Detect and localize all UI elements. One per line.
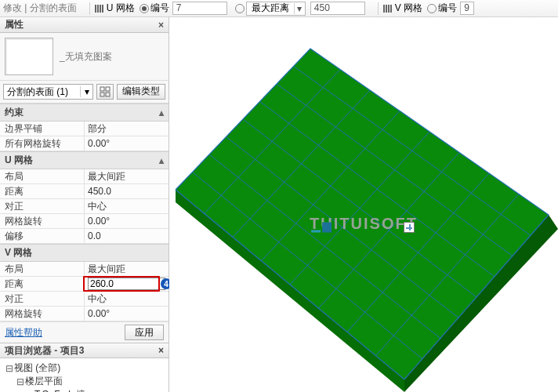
u-mode-dropdown-label: 最大距离 (247, 2, 294, 15)
u-number-radio[interactable] (140, 4, 149, 13)
type-selector-row: 分割的表面 (1) ▾ 编辑类型 (0, 81, 168, 103)
section-v-grid[interactable]: V 网格 (0, 244, 168, 262)
v-number-radio[interactable] (427, 4, 437, 13)
svg-rect-3 (106, 93, 110, 96)
row-v-grid-rotate-key: 网格旋转 (0, 307, 85, 321)
tree-node-floorplans-label: 楼层平面 (25, 375, 63, 388)
picker-icon (100, 86, 111, 97)
row-u-layout-val[interactable]: 最大间距 (85, 169, 168, 183)
properties-help-link[interactable]: 属性帮助 (5, 326, 42, 339)
chevron-down-icon: ▾ (80, 86, 92, 97)
edit-type-button[interactable]: 编辑类型 (117, 84, 165, 100)
row-u-justify: 对正 中心 (0, 199, 168, 214)
row-v-distance-input[interactable] (88, 278, 165, 290)
row-v-distance: 距离 4 (0, 277, 168, 292)
row-v-layout-val[interactable]: 最大间距 (85, 262, 168, 276)
section-u-grid-label: U 网格 (5, 154, 33, 167)
u-mode-dropdown[interactable]: 最大距离 ▾ (246, 2, 306, 16)
row-v-grid-rotate-val[interactable]: 0.00° (85, 307, 168, 321)
fill-pattern-swatch[interactable] (5, 38, 53, 75)
row-u-justify-key: 对正 (0, 199, 85, 213)
row-u-layout: 布局 最大间距 (0, 169, 168, 184)
u-number-label: 编号 (150, 2, 169, 15)
tree-node-views-label: 视图 (全部) (14, 361, 60, 375)
row-v-layout-key: 布局 (0, 262, 85, 276)
svg-rect-21 (311, 230, 321, 232)
type-picker-button[interactable] (96, 84, 114, 100)
row-u-offset-key: 偏移 (0, 229, 85, 243)
row-all-grid-rotate-val[interactable]: 0.00° (85, 136, 168, 151)
tree-node-fnd[interactable]: T.O. Fnd. 墙 (5, 388, 164, 392)
project-browser-title: 项目浏览器 - 项目3 × (0, 343, 168, 358)
row-u-grid-rotate: 网格旋转 0.00° (0, 214, 168, 229)
row-v-distance-val[interactable]: 4 (85, 277, 168, 291)
section-constraints-label: 约束 (5, 106, 24, 119)
svg-rect-22 (322, 222, 332, 232)
tree-node-views[interactable]: ⊟ 视图 (全部) (5, 361, 164, 375)
apply-button[interactable]: 应用 (125, 325, 164, 340)
properties-grid: 约束 ▴ 边界平铺 部分 所有网格旋转 0.00° U 网格 ▴ 布局 最大间距… (0, 103, 168, 321)
row-border-tile-key: 边界平铺 (0, 122, 85, 136)
properties-help-row: 属性帮助 应用 (0, 321, 168, 343)
row-u-offset-val[interactable]: 0.0 (85, 229, 168, 243)
row-all-grid-rotate-key: 所有网格旋转 (0, 136, 85, 151)
v-number-field[interactable]: 9 (460, 2, 474, 15)
properties-panel-title: 属性 × (0, 17, 168, 33)
row-u-distance-key: 距离 (0, 184, 85, 198)
collapse-icon[interactable]: ▴ (159, 107, 164, 118)
context-label: 修改 | 分割的表面 (3, 2, 77, 15)
row-u-grid-rotate-val[interactable]: 0.00° (85, 214, 168, 228)
chevron-down-icon: ▾ (294, 3, 305, 14)
type-selector-label: 分割的表面 (1) (4, 85, 80, 99)
project-browser-tree: ⊟ 视图 (全部) ⊟ 楼层平面 T.O. Fnd. 墙 (0, 358, 168, 392)
u-number-field[interactable]: 7 (172, 2, 227, 15)
collapse-icon[interactable]: ⊟ (5, 363, 14, 374)
divided-surface-render (169, 17, 558, 392)
row-u-offset: 偏移 0.0 (0, 229, 168, 244)
section-constraints[interactable]: 约束 ▴ (0, 103, 168, 122)
svg-rect-1 (106, 87, 110, 91)
row-v-layout: 布局 最大间距 (0, 262, 168, 277)
type-preview-row: _无填充图案 (0, 33, 168, 81)
properties-title-label: 属性 (5, 18, 24, 31)
section-v-grid-label: V 网格 (5, 246, 32, 260)
options-bar: 修改 | 分割的表面 U 网格 编号 7 最大距离 ▾ 450 V 网格 编号 … (0, 0, 558, 17)
row-v-distance-key: 距离 (0, 277, 85, 291)
row-border-tile: 边界平铺 部分 (0, 122, 168, 136)
row-u-layout-key: 布局 (0, 169, 85, 183)
u-mode-radio[interactable] (235, 4, 245, 13)
watermark: TUITUISOFT (310, 214, 418, 232)
tree-node-fnd-label: T.O. Fnd. 墙 (34, 388, 85, 392)
collapse-icon[interactable]: ⊟ (16, 376, 25, 387)
3d-viewport[interactable]: TUITUISOFT (169, 17, 558, 392)
row-u-distance: 距离 450.0 (0, 184, 168, 199)
row-all-grid-rotate: 所有网格旋转 0.00° (0, 136, 168, 151)
u-mode-value-field[interactable]: 450 (310, 2, 365, 15)
row-v-justify-val[interactable]: 中心 (85, 292, 168, 306)
u-grid-icon (95, 5, 103, 13)
section-u-grid[interactable]: U 网格 ▴ (0, 151, 168, 169)
close-icon[interactable]: × (158, 345, 164, 356)
selection-marker-icon (404, 222, 415, 233)
row-u-distance-val[interactable]: 450.0 (85, 184, 168, 198)
v-number-label: 编号 (438, 2, 457, 15)
row-border-tile-val[interactable]: 部分 (85, 122, 168, 136)
svg-rect-2 (100, 93, 104, 96)
fill-pattern-label: _无填充图案 (60, 50, 112, 64)
type-selector-combo[interactable]: 分割的表面 (1) ▾ (3, 84, 93, 100)
v-grid-icon (383, 5, 392, 13)
project-browser-label: 项目浏览器 - 项目3 (5, 344, 84, 358)
close-icon[interactable]: × (158, 20, 164, 31)
row-v-justify-key: 对正 (0, 292, 85, 306)
u-grid-label: U 网格 (107, 2, 135, 15)
collapse-icon[interactable]: ▴ (159, 155, 164, 166)
svg-rect-0 (100, 87, 104, 91)
properties-panel: 属性 × _无填充图案 分割的表面 (1) ▾ 编辑类型 约束 ▴ 边界平铺 部… (0, 17, 169, 392)
row-u-justify-val[interactable]: 中心 (85, 199, 168, 213)
row-u-grid-rotate-key: 网格旋转 (0, 214, 85, 228)
row-v-justify: 对正 中心 (0, 292, 168, 307)
watermark-icon (310, 214, 418, 232)
row-v-grid-rotate: 网格旋转 0.00° (0, 307, 168, 321)
tree-node-floorplans[interactable]: ⊟ 楼层平面 (5, 375, 164, 388)
v-grid-label: V 网格 (395, 2, 422, 15)
